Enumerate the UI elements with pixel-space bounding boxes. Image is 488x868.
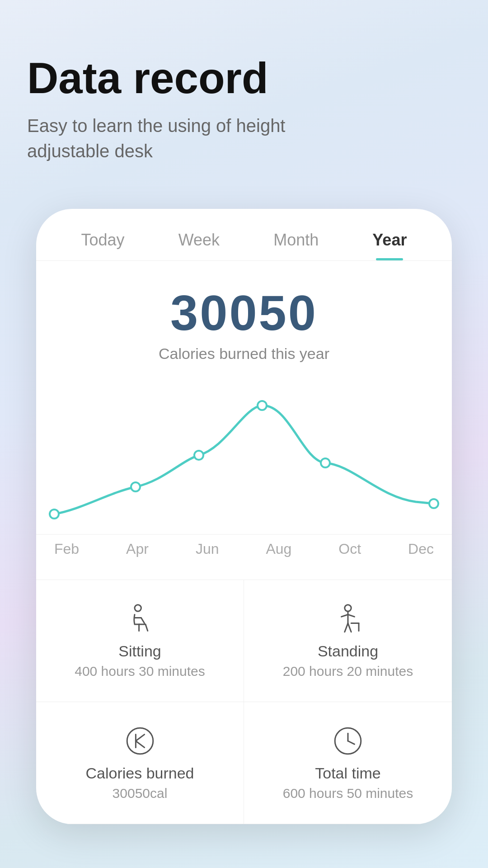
chart-container: Feb Apr Jun Aug Oct Dec xyxy=(36,381,452,571)
total-time-label: Total time xyxy=(315,764,381,782)
x-label-feb: Feb xyxy=(54,541,79,557)
stats-section: 30050 Calories burned this year xyxy=(36,261,452,372)
page-title: Data record xyxy=(27,54,461,102)
total-time-cell: Total time 600 hours 50 minutes xyxy=(244,702,452,824)
line-chart xyxy=(36,381,452,543)
calories-cell: Calories burned 30050cal xyxy=(36,702,244,824)
chart-point-oct xyxy=(321,458,330,467)
header: Data record Easy to learn the using of h… xyxy=(0,0,488,191)
calories-label: Calories burned xyxy=(85,764,194,782)
x-label-dec: Dec xyxy=(408,541,434,557)
sitting-value: 400 hours 30 minutes xyxy=(75,664,205,679)
sitting-cell: Sitting 400 hours 30 minutes xyxy=(36,580,244,702)
stats-grid: Sitting 400 hours 30 minutes Standing 20… xyxy=(36,580,452,824)
chart-point-apr xyxy=(131,482,140,491)
standing-label: Standing xyxy=(318,642,378,660)
chart-point-aug xyxy=(258,401,267,410)
chart-point-feb xyxy=(50,509,59,519)
calories-icon xyxy=(124,725,156,757)
total-time-value: 600 hours 50 minutes xyxy=(283,786,413,801)
calories-value: 30050cal xyxy=(113,786,168,801)
x-label-aug: Aug xyxy=(266,541,291,557)
standing-cell: Standing 200 hours 20 minutes xyxy=(244,580,452,702)
page-subtitle: Easy to learn the using of height adjust… xyxy=(27,113,343,164)
chart-point-dec xyxy=(429,499,438,508)
standing-icon xyxy=(332,603,364,635)
tab-month[interactable]: Month xyxy=(273,231,319,260)
phone-card: Today Week Month Year 30050 Calories bur… xyxy=(36,209,452,824)
sitting-icon xyxy=(124,603,156,635)
svg-point-2 xyxy=(345,604,351,611)
tab-week[interactable]: Week xyxy=(178,231,220,260)
svg-point-1 xyxy=(135,604,141,611)
svg-line-5 xyxy=(348,623,351,632)
tab-today[interactable]: Today xyxy=(81,231,125,260)
calories-number: 30050 xyxy=(54,288,434,338)
clock-icon xyxy=(332,725,364,757)
svg-line-12 xyxy=(348,741,354,744)
svg-line-4 xyxy=(345,623,348,632)
tab-year[interactable]: Year xyxy=(372,231,407,260)
svg-point-8 xyxy=(127,728,153,754)
x-label-oct: Oct xyxy=(338,541,361,557)
x-label-jun: Jun xyxy=(196,541,219,557)
sitting-label: Sitting xyxy=(118,642,161,660)
standing-value: 200 hours 20 minutes xyxy=(283,664,413,679)
tab-bar: Today Week Month Year xyxy=(36,209,452,261)
chart-point-jun xyxy=(194,451,203,460)
x-label-apr: Apr xyxy=(126,541,149,557)
calories-label: Calories burned this year xyxy=(54,345,434,363)
